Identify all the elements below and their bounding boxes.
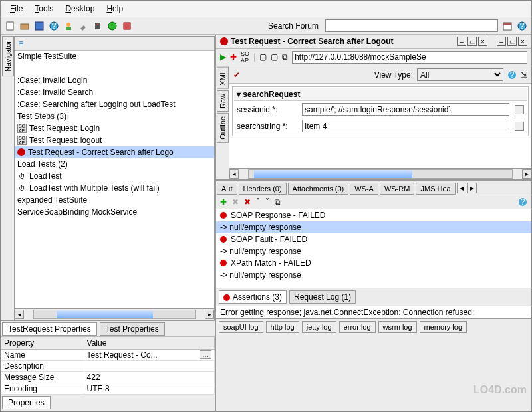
tab-xml[interactable]: XML	[217, 67, 229, 89]
view-type-select[interactable]: All	[417, 68, 503, 81]
tab-wsa[interactable]: WS-A	[350, 183, 378, 195]
tab-jms[interactable]: JMS Hea	[416, 183, 455, 195]
menu-desktop[interactable]: Desktop	[60, 3, 100, 15]
url-field[interactable]: http://127.0.0.1:8088/mockSampleSe	[292, 51, 527, 64]
right-panel: Test Request - Correct Search after Logo…	[216, 35, 531, 411]
search-forum-label: Search Forum	[268, 21, 319, 31]
minimize-inner-icon[interactable]: –	[457, 37, 466, 46]
menu-help[interactable]: Help	[101, 3, 128, 15]
resize-icon[interactable]: ⇲	[521, 70, 527, 80]
server-icon[interactable]	[92, 21, 103, 31]
navigator-tab[interactable]: Navigator	[2, 36, 14, 76]
close-inner-icon[interactable]: ×	[478, 37, 487, 46]
close-icon[interactable]: ×	[518, 37, 527, 46]
field-button[interactable]	[515, 122, 524, 131]
tab-wsrm[interactable]: WS-RM	[380, 183, 415, 195]
assertions-list[interactable]: SOAP Response - FAILED -> null/empty res…	[216, 209, 531, 288]
window1-icon[interactable]: ▢	[259, 52, 267, 62]
exit-icon[interactable]	[122, 21, 132, 31]
tree-item: ServiceSoapBinding MockService	[15, 206, 214, 218]
svg-rect-12	[503, 23, 511, 25]
ellipsis-button[interactable]: …	[200, 350, 211, 359]
window2-icon[interactable]: ▢	[271, 52, 278, 62]
help2-icon[interactable]: ?	[517, 21, 527, 31]
error-message: Error getting response; java.net.Connect…	[216, 306, 531, 318]
svg-rect-0	[7, 22, 13, 30]
wrench-icon[interactable]	[78, 21, 88, 31]
svg-text:?: ?	[52, 21, 57, 31]
maximize-icon[interactable]: ▭	[507, 37, 517, 46]
maximize-inner-icon[interactable]: ▭	[467, 37, 477, 46]
tab-attachments[interactable]: Attachments (0)	[288, 183, 349, 195]
tab-raw[interactable]: Raw	[217, 90, 229, 112]
field-button[interactable]	[515, 105, 524, 114]
tab-prev-icon[interactable]: ◂	[457, 183, 466, 193]
up-icon[interactable]: ˄	[256, 197, 260, 207]
scroll-thumb[interactable]	[57, 310, 153, 318]
help-icon[interactable]: ?	[49, 21, 59, 31]
tab-next-icon[interactable]: ▸	[467, 183, 477, 193]
assertion-row[interactable]: -> null/empty response	[220, 247, 301, 256]
play-icon[interactable]: ▶	[220, 52, 226, 62]
sessionid-input[interactable]	[302, 103, 509, 116]
assertion-row[interactable]: -> null/empty response	[220, 270, 301, 280]
tab-headers[interactable]: Headers (0)	[239, 183, 287, 195]
down-icon[interactable]: ˅	[265, 197, 269, 207]
assertion-row[interactable]: SOAP Fault - FAILED	[231, 235, 307, 244]
scroll-left-icon[interactable]: ◂	[15, 310, 24, 319]
assertion-tabs: Assertions (3) Request Log (1)	[216, 288, 531, 306]
main-toolbar: ? Search Forum ?	[1, 17, 531, 35]
properties-tab[interactable]: Properties	[2, 396, 51, 409]
search-forum-input[interactable]	[325, 19, 498, 32]
form-hscroll[interactable]: ◂ ▸	[229, 168, 531, 179]
menu-tools[interactable]: Tools	[29, 3, 59, 15]
tab-aut[interactable]: Aut	[217, 183, 237, 195]
tab-http-log[interactable]: http log	[266, 321, 299, 333]
tab-memory-log[interactable]: memory log	[420, 321, 467, 333]
check-icon[interactable]: ✔	[233, 70, 240, 80]
tab-request-log[interactable]: Request Log (1)	[289, 290, 356, 304]
tab-assertions[interactable]: Assertions (3)	[219, 290, 287, 304]
user-icon[interactable]	[63, 21, 74, 31]
assertion-row[interactable]: SOAP Response - FAILED	[231, 211, 326, 220]
config-icon[interactable]: ✖	[232, 197, 239, 207]
tab-testrequest-properties[interactable]: TestRequest Properties	[2, 322, 97, 336]
copy-icon[interactable]: ⧉	[282, 52, 288, 62]
clone-icon[interactable]: ⧉	[275, 197, 281, 207]
assertion-row[interactable]: -> null/empty response	[220, 223, 301, 232]
searchstring-input[interactable]	[302, 120, 509, 132]
scroll-right-icon[interactable]: ▸	[522, 169, 531, 179]
remove-icon[interactable]: ✖	[244, 197, 251, 207]
assertion-row[interactable]: XPath Match - FAILED	[231, 258, 311, 268]
globe-icon[interactable]	[107, 21, 118, 31]
tab-soapui-log[interactable]: soapUI log	[219, 321, 263, 333]
add-assertion-icon[interactable]: ✚	[230, 52, 237, 62]
add-icon[interactable]: ✚	[220, 197, 227, 207]
tree-collapse-icon[interactable]: ≡	[19, 39, 23, 48]
left-panel: Navigator ≡ Simple TestSuite :Case: Inva…	[1, 35, 216, 411]
scroll-thumb[interactable]	[254, 170, 412, 178]
menu-file[interactable]: File	[5, 3, 28, 15]
tab-jetty-log[interactable]: jetty log	[302, 321, 336, 333]
tab-error-log[interactable]: error log	[339, 321, 376, 333]
request-title: Test Request - Correct Search after Logo…	[231, 37, 454, 46]
help4-icon[interactable]: ?	[518, 197, 527, 207]
soap-action-icon[interactable]: SOAP	[241, 51, 249, 64]
tab-outline[interactable]: Outline	[217, 113, 229, 143]
collapse-icon[interactable]: ▾	[237, 90, 241, 99]
navigator-tree[interactable]: Simple TestSuite :Case: Invalid Login :C…	[15, 51, 214, 308]
tab-wsrm-log[interactable]: wsrm log	[378, 321, 417, 333]
save-icon[interactable]	[34, 21, 45, 31]
tree-hscroll[interactable]: ◂ ▸	[15, 308, 214, 320]
new-icon[interactable]	[5, 21, 15, 31]
help3-icon[interactable]: ?	[507, 70, 517, 80]
tree-item: :Case: Invalid Search	[15, 86, 214, 98]
minimize-icon[interactable]: –	[497, 37, 506, 46]
scroll-left-icon[interactable]: ◂	[229, 169, 239, 179]
soap-icon: SOAP	[17, 136, 27, 145]
folder-icon[interactable]	[19, 21, 30, 31]
calendar-icon[interactable]	[502, 21, 513, 31]
scroll-right-icon[interactable]: ▸	[205, 310, 214, 319]
tree-item: Load Tests (2)	[15, 158, 214, 170]
tab-test-properties[interactable]: Test Properties	[100, 322, 165, 336]
